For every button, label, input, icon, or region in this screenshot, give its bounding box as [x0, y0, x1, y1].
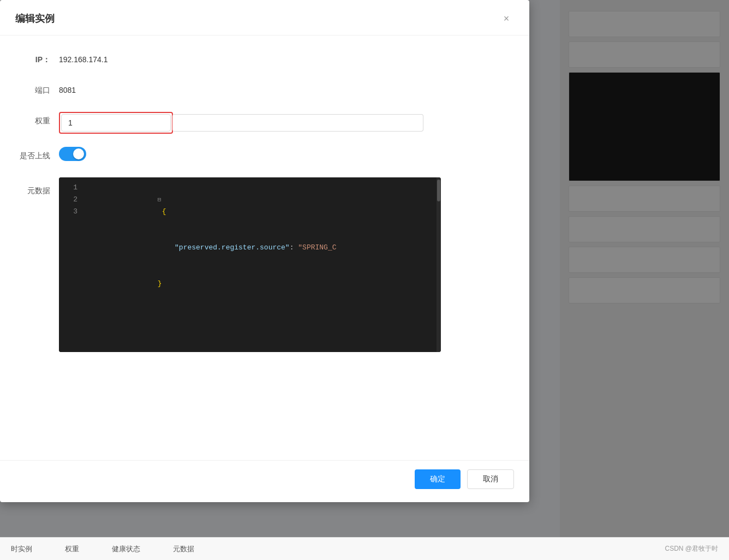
close-button[interactable]: ×	[499, 11, 514, 26]
code-line-2: "preserved.register.source": "SPRING_C	[89, 230, 430, 266]
modal-title: 编辑实例	[15, 12, 55, 25]
port-value: 8081	[59, 81, 76, 99]
code-editor-inner: 1 2 3 ⊟ { "preserved.register.source": "…	[59, 177, 441, 352]
collapse-icon[interactable]: ⊟	[158, 196, 162, 203]
open-brace: {	[158, 207, 166, 216]
port-label: 端口	[15, 81, 59, 99]
bottom-bar-item-2: 健康状态	[112, 544, 140, 554]
line-num-3: 3	[59, 206, 83, 218]
line-numbers: 1 2 3	[59, 177, 83, 352]
code-scrollbar-thumb	[437, 180, 440, 201]
code-colon: :	[290, 243, 298, 252]
code-line-1: ⊟ {	[89, 182, 430, 230]
online-row: 是否上线	[15, 147, 514, 164]
code-value: "SPRING_C	[298, 243, 336, 252]
modal-header: 编辑实例 ×	[0, 0, 529, 35]
weight-input-extended[interactable]	[172, 114, 423, 132]
weight-row: 权重	[15, 112, 514, 134]
edit-instance-modal: 编辑实例 × IP： 192.168.174.1 端口 8081 权重	[0, 0, 529, 502]
bottom-bar-item-1: 权重	[65, 544, 79, 554]
close-brace: }	[158, 279, 162, 288]
cancel-button[interactable]: 取消	[467, 469, 514, 489]
bottom-bar-item-0: 时实例	[11, 544, 32, 554]
port-row: 端口 8081	[15, 81, 514, 99]
weight-wrapper	[59, 112, 514, 134]
modal-overlay: 编辑实例 × IP： 192.168.174.1 端口 8081 权重	[0, 0, 729, 560]
bottom-bar-item-3: 元数据	[173, 544, 194, 554]
bottom-bar: 时实例 权重 健康状态 元数据 CSDN @君牧于时	[0, 537, 729, 560]
online-label: 是否上线	[15, 147, 59, 164]
toggle-slider	[59, 147, 86, 161]
code-editor[interactable]: 1 2 3 ⊟ { "preserved.register.source": "…	[59, 177, 441, 352]
line-num-2: 2	[59, 194, 83, 206]
code-scrollbar[interactable]	[437, 177, 441, 352]
ip-label: IP：	[15, 51, 59, 68]
code-key: "preserved.register.source"	[158, 243, 290, 252]
weight-label: 权重	[15, 112, 59, 129]
weight-highlight-box	[59, 112, 173, 134]
confirm-button[interactable]: 确定	[415, 469, 461, 489]
line-num-1: 1	[59, 182, 83, 194]
metadata-label: 元数据	[15, 182, 59, 199]
metadata-row: 元数据 1 2 3 ⊟ {	[15, 177, 514, 352]
bottom-bar-credit: CSDN @君牧于时	[665, 544, 718, 553]
online-toggle[interactable]	[59, 147, 86, 161]
weight-input[interactable]	[61, 114, 171, 132]
ip-row: IP： 192.168.174.1	[15, 51, 514, 68]
ip-value: 192.168.174.1	[59, 51, 108, 68]
code-line-3: }	[89, 266, 430, 302]
modal-body: IP： 192.168.174.1 端口 8081 权重	[0, 35, 529, 460]
modal-footer: 确定 取消	[0, 460, 529, 502]
code-content[interactable]: ⊟ { "preserved.register.source": "SPRING…	[83, 177, 437, 352]
